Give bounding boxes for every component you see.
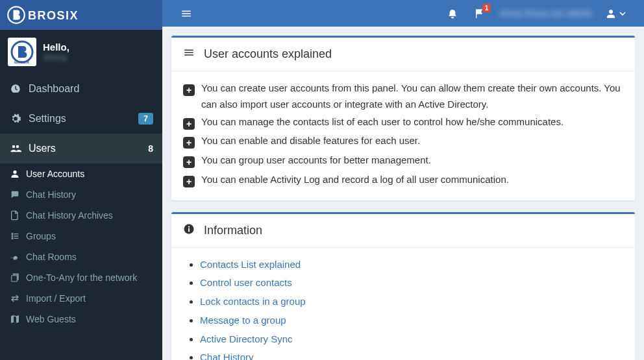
panel-explained-title: User accounts explained bbox=[204, 47, 332, 61]
greeting: BROSIX Hello, Jimmy bbox=[0, 30, 162, 74]
info-icon bbox=[183, 223, 195, 238]
plus-icon[interactable]: + bbox=[183, 116, 195, 132]
nav-users[interactable]: Users 8 bbox=[0, 134, 162, 163]
panel-information-header: Information bbox=[171, 214, 635, 248]
users-subnav: User Accounts Chat History Chat History … bbox=[0, 163, 162, 330]
explained-text: You can create user accounts from this p… bbox=[201, 80, 623, 113]
hamburger-icon[interactable] bbox=[180, 8, 192, 19]
panel-information-title: Information bbox=[204, 224, 262, 237]
subnav-web-guests[interactable]: Web Guests bbox=[0, 309, 162, 330]
notifications-bell[interactable] bbox=[447, 8, 458, 19]
explained-item: + You can enable Activity Log and record… bbox=[183, 172, 623, 190]
panel-information: Information Contacts List explained Cont… bbox=[171, 212, 635, 360]
logo-bar: BROSIX bbox=[0, 0, 162, 30]
subnav-chat-history-archives-label: Chat History Archives bbox=[26, 210, 113, 221]
panel-explained-body: + You can create user accounts from this… bbox=[171, 71, 635, 200]
brosix-logo: BROSIX bbox=[6, 5, 114, 25]
brand-avatar: BROSIX bbox=[8, 38, 36, 66]
hamburger-icon bbox=[183, 47, 195, 62]
wechat-icon bbox=[9, 252, 21, 262]
subnav-groups[interactable]: Groups bbox=[0, 226, 162, 246]
explained-text: You can group user accounts for better m… bbox=[201, 152, 431, 169]
info-link[interactable]: Control user contacts bbox=[200, 277, 292, 288]
subnav-chat-rooms[interactable]: Chat Rooms bbox=[0, 246, 162, 267]
svg-point-5 bbox=[188, 226, 190, 227]
gear-icon bbox=[9, 113, 22, 125]
plus-icon[interactable]: + bbox=[183, 174, 195, 190]
plus-icon[interactable]: + bbox=[183, 82, 195, 99]
svg-rect-6 bbox=[188, 228, 190, 232]
nav-users-label: Users bbox=[29, 143, 56, 154]
explained-item: + You can enable and disable features fo… bbox=[183, 133, 623, 151]
plus-icon[interactable]: + bbox=[183, 135, 195, 151]
chevron-down-icon bbox=[619, 10, 626, 17]
info-link[interactable]: Active Directory Sync bbox=[200, 333, 293, 344]
nav-dashboard[interactable]: Dashboard bbox=[0, 74, 162, 104]
explained-item: + You can manage the contacts list of ea… bbox=[183, 114, 623, 132]
subnav-user-accounts[interactable]: User Accounts bbox=[0, 163, 162, 184]
subnav-groups-label: Groups bbox=[26, 231, 56, 241]
info-link[interactable]: Chat History bbox=[200, 352, 254, 360]
flag-badge: 1 bbox=[482, 4, 491, 12]
person-icon bbox=[9, 169, 21, 179]
comments-icon bbox=[9, 189, 21, 200]
topbar: 1 Jimmy Rosko (ek 18825) bbox=[162, 0, 644, 27]
explained-item: + You can group user accounts for better… bbox=[183, 152, 623, 171]
info-link[interactable]: Lock contacts in a group bbox=[200, 296, 306, 307]
explained-text: You can enable Activity Log and record a… bbox=[201, 172, 509, 188]
panel-explained-header: User accounts explained bbox=[171, 38, 635, 71]
plus-icon[interactable]: + bbox=[183, 154, 195, 171]
subnav-web-guests-label: Web Guests bbox=[26, 314, 76, 324]
explained-text: You can enable and disable features for … bbox=[201, 133, 420, 149]
list-icon bbox=[9, 231, 21, 241]
info-link[interactable]: Message to a group bbox=[200, 315, 286, 326]
dashboard-icon bbox=[9, 83, 22, 95]
content: User accounts explained + You can create… bbox=[162, 27, 644, 360]
exchange-icon bbox=[9, 293, 21, 304]
subnav-chat-history-label: Chat History bbox=[26, 189, 76, 200]
subnav-chat-history-archives[interactable]: Chat History Archives bbox=[0, 205, 162, 226]
panel-information-body: Contacts List explained Control user con… bbox=[171, 248, 635, 360]
svg-text:BROSIX: BROSIX bbox=[14, 60, 29, 64]
subnav-chat-history[interactable]: Chat History bbox=[0, 184, 162, 205]
sidebar: BROSIX BROSIX Hello, Jimmy Dashboard Set… bbox=[0, 0, 162, 360]
subnav-one-to-any-label: One-To-Any for the network bbox=[26, 272, 137, 283]
map-icon bbox=[9, 314, 21, 324]
file-icon bbox=[9, 210, 21, 221]
nav-settings-label: Settings bbox=[29, 113, 66, 125]
svg-text:BROSIX: BROSIX bbox=[28, 9, 79, 22]
user-menu[interactable] bbox=[605, 8, 626, 19]
explained-text: You can manage the contacts list of each… bbox=[201, 114, 564, 130]
panel-explained: User accounts explained + You can create… bbox=[171, 36, 635, 200]
copy-icon bbox=[9, 272, 21, 283]
nav-dashboard-label: Dashboard bbox=[29, 83, 79, 95]
subnav-one-to-any[interactable]: One-To-Any for the network bbox=[0, 267, 162, 288]
subnav-user-accounts-label: User Accounts bbox=[26, 169, 84, 179]
main-area: 1 Jimmy Rosko (ek 18825) User accounts e… bbox=[162, 0, 644, 360]
main-nav: Dashboard Settings 7 Users 8 bbox=[0, 74, 162, 163]
explained-item: + You can create user accounts from this… bbox=[183, 80, 623, 113]
subnav-import-export[interactable]: Import / Export bbox=[0, 288, 162, 309]
flag-notifications[interactable]: 1 bbox=[474, 8, 486, 19]
nav-settings[interactable]: Settings 7 bbox=[0, 104, 162, 134]
info-link[interactable]: Contacts List explained bbox=[200, 259, 301, 270]
greeting-hello: Hello, bbox=[43, 42, 69, 53]
subnav-import-export-label: Import / Export bbox=[26, 293, 86, 304]
users-icon bbox=[9, 143, 22, 154]
nav-settings-badge: 7 bbox=[138, 113, 153, 125]
subnav-chat-rooms-label: Chat Rooms bbox=[26, 252, 77, 262]
greeting-name: Jimmy bbox=[43, 53, 69, 62]
information-links: Contacts List explained Control user con… bbox=[183, 257, 623, 360]
nav-users-count: 8 bbox=[148, 143, 153, 154]
topbar-username: Jimmy Rosko (ek 18825) bbox=[499, 8, 592, 18]
